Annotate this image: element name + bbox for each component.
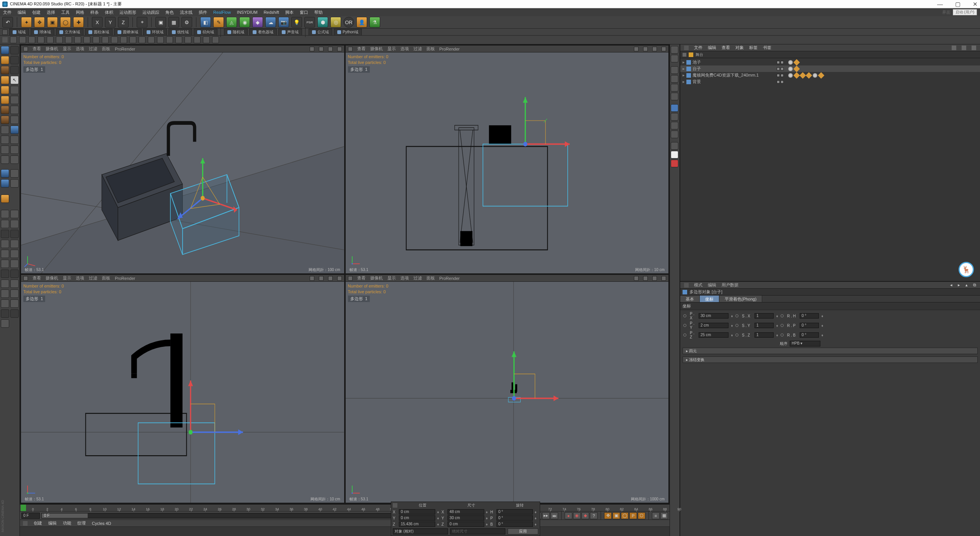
attr-subtab[interactable]: 平滑着色(Phong) (719, 296, 762, 302)
polygon-mode-icon[interactable] (1, 96, 9, 104)
menu-pipeline[interactable]: 流水线 (180, 10, 193, 15)
om-tab-file[interactable]: 文件 (694, 45, 702, 51)
tool-icon[interactable] (671, 46, 678, 54)
coord-pos-field[interactable]: 15.436 cm (399, 521, 435, 527)
object-row[interactable]: ▸台子 (680, 65, 980, 72)
am-tab-edit[interactable]: 编辑 (708, 282, 716, 288)
om-search-icon[interactable] (952, 46, 956, 50)
tool-icon[interactable] (671, 84, 678, 92)
field-cylinder[interactable]: 圆柱体域 (85, 29, 113, 36)
view-menu-display[interactable]: 显示 (387, 46, 396, 52)
tag-icon[interactable] (794, 59, 800, 65)
quaternion-section[interactable]: ▸ 四元 (683, 348, 978, 354)
minimize-button[interactable]: — (937, 1, 943, 8)
am-next-button[interactable]: ▸ (958, 283, 960, 288)
field-torus[interactable]: 环状域 (143, 29, 167, 36)
tool-icon[interactable] (1, 230, 9, 238)
tool-icon[interactable] (10, 169, 19, 178)
tool-icon[interactable] (212, 36, 219, 43)
goto-end-button[interactable]: ⏭ (550, 512, 558, 519)
tool-icon[interactable] (83, 36, 90, 43)
render-dot[interactable] (781, 61, 784, 64)
menu-realflow[interactable]: RealFlow (213, 10, 231, 15)
tool-icon[interactable] (194, 36, 201, 43)
tool-icon[interactable] (1, 279, 9, 288)
tool-icon[interactable] (10, 230, 19, 238)
tool-icon[interactable] (671, 113, 678, 121)
tool-icon[interactable] (10, 126, 19, 134)
model-mode-icon[interactable] (1, 46, 9, 54)
am-new-button[interactable]: ⧉ (973, 283, 976, 288)
tool-icon[interactable] (10, 36, 17, 43)
tag-icon[interactable] (818, 72, 825, 78)
tool-icon[interactable] (166, 36, 173, 43)
attr-rot-field[interactable]: 0 ° (800, 313, 819, 319)
key-dot[interactable] (781, 314, 784, 317)
attr-rot-field[interactable]: 0 ° (800, 332, 819, 338)
plugin-button[interactable]: ⚗ (369, 17, 380, 28)
key-options-button[interactable]: ? (590, 512, 598, 519)
tool-icon[interactable] (10, 66, 19, 74)
tool-icon[interactable] (671, 160, 678, 167)
menu-script[interactable]: 脚本 (285, 10, 294, 15)
attr-rot-field[interactable]: 0 ° (800, 323, 819, 328)
tool-icon[interactable] (10, 179, 19, 188)
planar-workplane-icon[interactable] (1, 155, 9, 164)
view-menu-camera[interactable]: 摄像机 (46, 46, 58, 52)
add-field-button[interactable]: ◎ (330, 17, 341, 28)
viewport-perspective[interactable]: 查看 摄像机 显示 选项 过滤 面板 ProRender (21, 45, 345, 274)
freeze-transform-section[interactable]: ▸ 冻结变换 (683, 356, 978, 363)
key-dot[interactable] (781, 324, 784, 327)
undo-button[interactable]: ↶ (2, 17, 13, 28)
nav-pan-icon[interactable] (310, 47, 314, 51)
coord-size-mode-dropdown[interactable]: 绝对尺寸 (450, 528, 505, 534)
tool-icon[interactable] (671, 151, 678, 159)
menu-insydium[interactable]: INSYDIUM (237, 10, 258, 15)
tool-icon[interactable] (185, 36, 191, 43)
mat-tab-create[interactable]: 创建 (34, 520, 42, 526)
add-nurbs-button[interactable]: ◉ (239, 17, 250, 28)
attr-pos-field[interactable]: 2 cm (699, 323, 728, 328)
next-key-button[interactable]: ▸▸ (542, 512, 550, 519)
tool-icon[interactable] (175, 36, 182, 43)
om-tab-tags[interactable]: 标签 (749, 45, 758, 51)
locked-workplane-icon[interactable] (1, 145, 9, 154)
key-dot[interactable] (683, 314, 686, 317)
tool-icon[interactable] (1, 299, 9, 308)
menu-help[interactable]: 帮助 (314, 10, 323, 15)
nav-rotate-icon[interactable] (328, 47, 333, 51)
tool-icon[interactable] (111, 36, 118, 43)
menu-create[interactable]: 创建 (32, 10, 41, 15)
autokey-button[interactable]: ◉ (573, 512, 581, 519)
tool-icon[interactable] (1, 289, 9, 298)
maximize-button[interactable]: ▢ (955, 1, 960, 8)
field-python[interactable]: Python域 (334, 29, 362, 36)
render-dot[interactable] (781, 80, 784, 83)
nav-zoom-icon[interactable] (319, 47, 323, 51)
viewport-front[interactable]: 查看摄像机显示选项过滤面板ProRender (345, 45, 669, 274)
point-mode-icon[interactable] (1, 76, 9, 84)
texture-mode-icon[interactable] (10, 46, 19, 54)
menu-edit[interactable]: 编辑 (18, 10, 26, 15)
object-row[interactable]: ▸魔顿网免费C4D资源下载_240mm.1 (680, 72, 980, 78)
tag-icon[interactable] (794, 72, 800, 78)
key-dot[interactable] (781, 333, 784, 337)
om-tab-bookmarks[interactable]: 书签 (763, 45, 771, 51)
workplane-icon[interactable] (10, 56, 19, 64)
tool-icon[interactable] (671, 93, 678, 100)
view-menu-panel[interactable]: 面板 (102, 46, 110, 52)
view-menu-options[interactable]: 选项 (76, 46, 84, 52)
key-scale-button[interactable]: ▣ (612, 512, 620, 519)
coord-apply-button[interactable]: 应用 (508, 528, 538, 534)
viewport-top[interactable]: 查看摄像机显示选项过滤面板ProRender (21, 275, 345, 503)
tool-icon[interactable] (203, 36, 210, 43)
am-tab-userdata[interactable]: 用户数据 (722, 282, 738, 288)
tool-icon[interactable] (1, 220, 9, 228)
character-button[interactable]: 👤 (356, 17, 367, 28)
menu-mograph[interactable]: 运动图形 (119, 10, 136, 15)
tool-icon[interactable] (28, 36, 35, 43)
view-menu-view[interactable]: 查看 (33, 46, 41, 52)
tool-icon[interactable] (10, 299, 19, 308)
viewport-right[interactable]: 查看摄像机显示选项过滤面板ProRender (345, 275, 669, 503)
view-menu-prorender[interactable]: ProRender (115, 47, 135, 51)
